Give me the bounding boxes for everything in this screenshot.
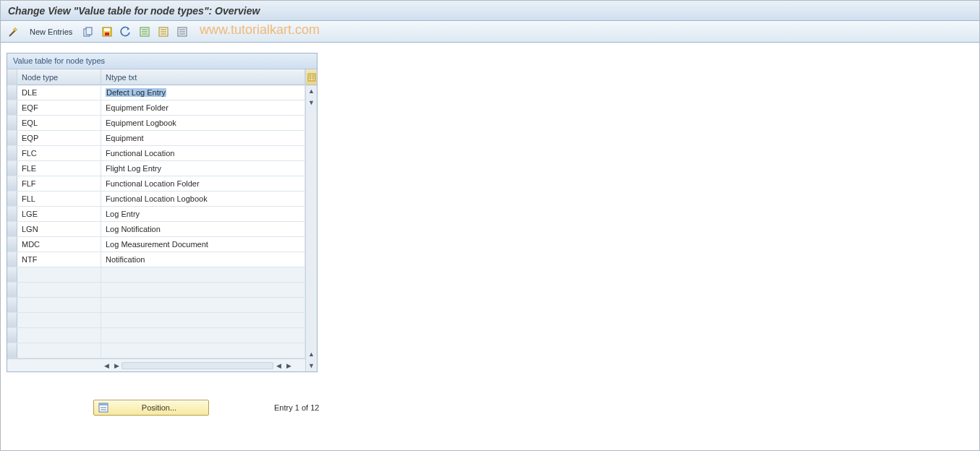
row-selector[interactable] [7, 176, 17, 191]
row-selector[interactable] [7, 283, 17, 297]
cell-ntype-txt[interactable] [101, 328, 305, 343]
table-row[interactable]: MDCLog Measurement Document [7, 237, 305, 252]
table-row[interactable]: EQFEquipment Folder [7, 100, 305, 116]
row-selector-header[interactable] [7, 69, 17, 85]
cell-node-type[interactable]: FLE [17, 161, 101, 176]
table-row[interactable]: FLCFunctional Location [7, 146, 305, 161]
cell-ntype-txt[interactable]: Equipment Folder [101, 100, 305, 115]
row-selector[interactable] [7, 116, 17, 130]
table-row[interactable]: EQLEquipment Logbook [7, 116, 305, 131]
table-row[interactable]: FLEFlight Log Entry [7, 161, 305, 176]
cell-node-type[interactable] [17, 298, 101, 312]
horizontal-scrollbar[interactable]: ◀ ▶ ◀ ▶ [7, 358, 305, 371]
cell-node-type[interactable]: EQF [17, 100, 101, 115]
row-selector[interactable] [7, 85, 17, 100]
configure-columns-icon[interactable] [306, 69, 317, 85]
change-icon[interactable] [7, 25, 21, 39]
cell-node-type[interactable]: MDC [17, 237, 101, 252]
cell-ntype-txt[interactable] [101, 343, 305, 358]
groupbox-title: Value table for node types [7, 53, 317, 69]
scroll-up-step-icon[interactable]: ▲ [306, 348, 317, 360]
row-selector[interactable] [7, 100, 17, 115]
cell-ntype-txt[interactable]: Defect Log Entry [101, 85, 305, 100]
cell-ntype-txt[interactable]: Notification [101, 252, 305, 267]
row-selector[interactable] [7, 343, 17, 358]
undo-icon[interactable] [119, 25, 133, 39]
scroll-left-start-icon[interactable]: ◀ [101, 362, 111, 369]
table-settings-icon[interactable] [175, 25, 189, 39]
cell-ntype-txt[interactable]: Log Notification [101, 222, 305, 236]
select-all-icon[interactable] [137, 25, 152, 39]
cell-node-type[interactable] [17, 328, 101, 343]
cell-ntype-txt[interactable]: Functional Location [101, 146, 305, 160]
scroll-right-end-icon[interactable]: ▶ [284, 362, 294, 369]
cell-node-type[interactable] [17, 283, 101, 297]
svg-rect-8 [308, 74, 315, 81]
table-row-empty [7, 328, 305, 343]
cell-node-type[interactable]: LGN [17, 222, 101, 236]
column-header-node-type[interactable]: Node type [17, 69, 101, 85]
row-selector[interactable] [7, 222, 17, 236]
table-row[interactable]: FLFFunctional Location Folder [7, 176, 305, 192]
window-title-bar: Change View "Value table for node types"… [1, 1, 979, 21]
cell-node-type[interactable]: EQL [17, 116, 101, 130]
cell-node-type[interactable]: FLL [17, 192, 101, 206]
row-selector[interactable] [7, 192, 17, 206]
cell-node-type[interactable]: EQP [17, 131, 101, 145]
cell-node-type[interactable]: FLC [17, 146, 101, 160]
cell-ntype-txt[interactable]: Functional Location Logbook [101, 192, 305, 206]
row-selector[interactable] [7, 146, 17, 160]
cell-ntype-txt[interactable]: Equipment [101, 131, 305, 145]
cell-node-type[interactable] [17, 343, 101, 358]
cell-node-type[interactable]: FLF [17, 176, 101, 191]
watermark-text: www.tutorialkart.com [200, 22, 320, 38]
table-row[interactable]: NTFNotification [7, 252, 305, 267]
row-selector[interactable] [7, 237, 17, 252]
cell-ntype-txt[interactable] [101, 267, 305, 282]
cell-node-type[interactable]: NTF [17, 252, 101, 267]
entry-status-text: Entry 1 of 12 [274, 403, 319, 412]
table-row-empty [7, 313, 305, 328]
cell-node-type[interactable] [17, 267, 101, 282]
row-selector[interactable] [7, 207, 17, 221]
cell-ntype-txt[interactable]: Functional Location Folder [101, 176, 305, 191]
content-area: Value table for node types Node type Nty… [1, 43, 979, 426]
scroll-down-step-icon[interactable]: ▼ [306, 97, 317, 108]
cell-ntype-txt[interactable] [101, 313, 305, 327]
row-selector[interactable] [7, 298, 17, 312]
row-selector[interactable] [7, 328, 17, 343]
table-row[interactable]: LGNLog Notification [7, 222, 305, 237]
vscroll-track[interactable] [306, 108, 317, 348]
row-selector[interactable] [7, 161, 17, 176]
table-row[interactable]: EQPEquipment [7, 131, 305, 146]
scroll-left-icon[interactable]: ▶ [111, 362, 122, 369]
scroll-down-icon[interactable]: ▼ [306, 360, 317, 371]
table-row[interactable]: DLEDefect Log Entry [7, 85, 305, 100]
table-row[interactable]: LGELog Entry [7, 207, 305, 222]
cell-node-type[interactable]: LGE [17, 207, 101, 221]
cell-ntype-txt[interactable]: Log Entry [101, 207, 305, 221]
cell-node-type[interactable] [17, 313, 101, 327]
vertical-scrollbar[interactable]: ▲ ▼ ▲ ▼ [305, 69, 317, 371]
position-button[interactable]: Position... [93, 400, 209, 416]
cell-node-type[interactable]: DLE [17, 85, 101, 100]
page-title: Change View "Value table for node types"… [8, 5, 260, 17]
cell-ntype-txt[interactable]: Equipment Logbook [101, 116, 305, 130]
cell-ntype-txt[interactable]: Log Measurement Document [101, 237, 305, 252]
cell-ntype-txt[interactable] [101, 283, 305, 297]
column-header-ntype-txt[interactable]: Ntype txt [101, 69, 305, 85]
row-selector[interactable] [7, 313, 17, 327]
table-row[interactable]: FLLFunctional Location Logbook [7, 192, 305, 207]
cell-ntype-txt[interactable]: Flight Log Entry [101, 161, 305, 176]
new-entries-button[interactable]: New Entries [25, 26, 77, 38]
row-selector[interactable] [7, 267, 17, 282]
cell-ntype-txt[interactable] [101, 298, 305, 312]
deselect-all-icon[interactable] [156, 25, 171, 39]
scroll-right-icon[interactable]: ◀ [273, 362, 284, 369]
hscroll-track[interactable] [122, 362, 273, 369]
row-selector[interactable] [7, 131, 17, 145]
copy-as-icon[interactable] [81, 25, 95, 39]
scroll-up-icon[interactable]: ▲ [306, 85, 317, 97]
row-selector[interactable] [7, 252, 17, 267]
save-icon[interactable] [100, 25, 114, 39]
